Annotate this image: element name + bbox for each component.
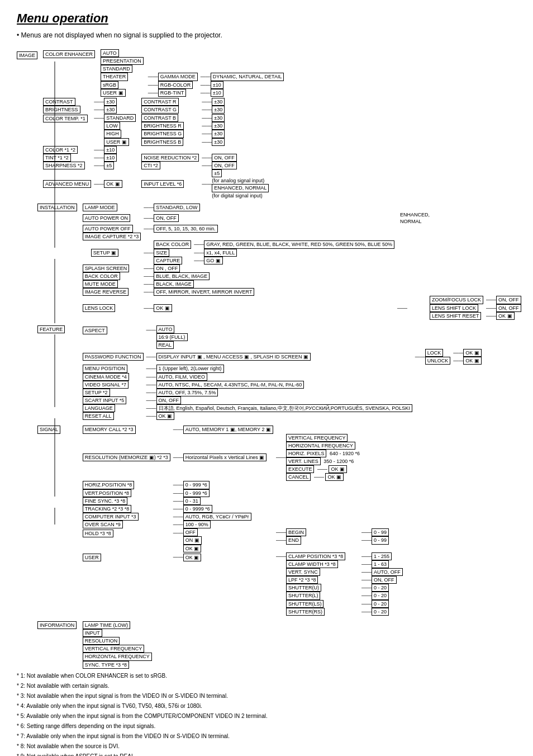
resolution-info-row: RESOLUTION: [83, 637, 152, 645]
contrast-r-box: CONTRAST R: [141, 98, 178, 106]
sync-type-box: SYNC. TYPE *3 *8: [83, 661, 129, 669]
clamp-position-box: CLAMP POSITION *3 *8: [286, 552, 345, 560]
unlock-row: UNLOCK —— OK ▣: [425, 357, 482, 365]
unlock-box: UNLOCK: [425, 357, 451, 365]
brightness-b-box: BRIGHTNESS B: [141, 138, 183, 146]
footnote-8: * 8: Not available when the source is DV…: [17, 742, 516, 751]
menu-position-val: 1 (Upper left), 2(Lower right): [156, 365, 224, 372]
execute-row: EXECUTE —— OK ▣: [286, 465, 360, 473]
hold-begin-val: 0 - 99: [372, 528, 389, 536]
vert-lines-row: VERT. LINES 350 - 1200 *6: [286, 457, 360, 465]
color-row: COLOR *1 *2 —— ±10: [43, 146, 269, 154]
reset-all-row: RESET ALL —— OK ▣: [83, 412, 482, 420]
horiz-freq-info-row: HORIZONTAL FREQUENCY: [83, 653, 152, 660]
shutter-l-box: SHUTTER(L): [286, 592, 321, 599]
shutter-u-box: SHUTTER(U): [286, 584, 321, 592]
lens-shift-lock-val: ON, OFF: [496, 304, 521, 312]
shutter-u-val: 0 - 20: [372, 584, 389, 592]
image-capture-row: IMAGE CAPTURE *2 *3: [83, 233, 521, 240]
gamma-values-box: DYNAMIC, NATURAL, DETAIL: [211, 73, 284, 81]
enhanced-normal-note: ENHANCED, NORMAL: [394, 211, 430, 225]
brightness-g-box: BRIGHTNESS G: [141, 130, 184, 138]
installation-row: INSTALLATION LAMP MODE —— STANDARD, LOW …: [17, 199, 521, 320]
lock-box: LOCK: [425, 349, 444, 357]
brightness-r-box: BRIGHTNESS R: [141, 122, 184, 130]
page-title: Menu operation: [17, 11, 516, 26]
horiz-freq-info-box: HORIZONTAL FREQUENCY: [83, 653, 152, 660]
footnote-6: * 6: Setting range differs depending on …: [17, 722, 516, 731]
over-scan-row: OVER SCAN *9 —— 100 - 90%: [83, 521, 403, 528]
hold-begin-box: BEGIN: [286, 528, 306, 536]
auto-power-off-val: OFF, 5, 10, 15, 30, 60 min.: [154, 225, 218, 233]
color-enhancer-box: COLOR ENHANCER: [43, 50, 95, 58]
execute-box: EXECUTE: [286, 465, 315, 473]
tint-val: ±10: [104, 154, 117, 162]
color-box: COLOR *1 *2: [43, 146, 78, 154]
lens-shift-lock-row: LENS SHIFT LOCK —— ON, OFF: [430, 304, 521, 312]
setup-feature-row: SETUP *2 —— AUTO, OFF, 3.75%, 7.5%: [83, 389, 482, 396]
computer-input-box: COMPUTER INPUT *3: [83, 513, 139, 521]
splash-screen-box: SPLASH SCREEN: [83, 264, 130, 272]
auto-box: AUTO: [101, 49, 119, 57]
user-signal-box: USER: [83, 554, 101, 561]
shutter-ls-val: 0 - 20: [372, 600, 389, 608]
contrast-box: CONTRAST: [43, 98, 75, 106]
video-signal-box: VIDEO SIGNAL *7: [83, 381, 129, 389]
lamp-time-row: LAMP TIME (LOW): [83, 621, 152, 629]
lamp-mode-row: LAMP MODE —— STANDARD, LOW: [83, 204, 521, 211]
unlock-ok-box: OK ▣: [463, 357, 482, 365]
password-row: PASSWORD FUNCTION —— DISPLAY INPUT ▣ , M…: [83, 349, 482, 365]
shutter-l-val: 0 - 20: [372, 592, 389, 599]
auto-power-on-val: ON, OFF: [154, 214, 179, 222]
menu-position-box: MENU POSITION: [83, 365, 127, 372]
horiz-pixels-val: 640 - 1920 *6: [328, 451, 360, 456]
memory-call-box: MEMORY CALL *2 *3: [83, 426, 136, 433]
standard-box: STANDARD: [101, 65, 132, 73]
shutter-ls-box: SHUTTER(LS): [286, 600, 324, 608]
image-reverse-box: IMAGE REVERSE: [83, 288, 129, 296]
cti-box: CTI *2: [141, 162, 160, 169]
noise-reduction-box: NOISE REDUCTION *2: [141, 154, 199, 162]
srgb-box: sRGB: [101, 81, 118, 89]
vert-lines-val: 350 - 1200 *6: [322, 459, 354, 464]
auto-power-on-box: AUTO POWER ON: [83, 214, 130, 222]
hold-ok-box: OK ▣: [183, 545, 202, 552]
lamp-time-box: LAMP TIME (LOW): [83, 621, 130, 629]
rgb-color-box: RGB-COLOR: [158, 81, 193, 89]
auto-power-off-box: AUTO POWER OFF: [83, 225, 133, 233]
language-val: 日本語, English, Español, Deutsch, Français…: [156, 404, 412, 412]
installation-label: INSTALLATION: [37, 204, 77, 211]
cti-val: ON, OFF: [212, 162, 237, 169]
gamma-mode-box: GAMMA MODE: [158, 73, 198, 81]
mute-mode-box: MUTE MODE: [83, 280, 118, 288]
tint-row: TINT *1 *2 —— ±10 NOISE REDUCTION *2 —— …: [43, 154, 269, 162]
horiz-pixels-row: HORIZ. PIXELS 640 - 1920 *6: [286, 450, 360, 457]
video-signal-val: AUTO, NTSC, PAL, SECAM, 4.43NTSC, PAL-M,…: [156, 381, 304, 389]
lamp-mode-val: STANDARD, LOW: [154, 204, 199, 211]
computer-input-val: AUTO, RGB, YCвCr / YPвPr: [183, 513, 251, 521]
zoom-focus-lock-box: ZOOM/FOCUS LOCK: [430, 296, 483, 304]
feature-row: FEATURE ASPECT —— AUTO 16:9 (FULL) REAL …: [17, 320, 521, 420]
brightness-val: ±30: [104, 106, 117, 114]
intro-text: Menus are not displayed when no signal i…: [17, 31, 516, 39]
fine-sync-box: FINE SYNC. *3 *8: [83, 497, 128, 505]
sharpness-row: SHARPNESS *2 —— ±5 CTI *2 —— ON, OFF: [43, 162, 269, 169]
computer-input-row: COMPUTER INPUT *3 —— AUTO, RGB, YCвCr / …: [83, 513, 403, 521]
reset-all-box: RESET ALL: [83, 412, 114, 420]
over-scan-box: OVER SCAN *9: [83, 521, 123, 528]
hold-off-box: OFF: [183, 528, 198, 536]
splash-back-color-box: BACK COLOR: [83, 272, 120, 280]
lpf-box: LPF *2 *3 *8: [286, 576, 318, 584]
horiz-position-row: HORIZ.POSITION *8 —— 0 - 999 *6: [83, 481, 403, 489]
clamp-width-box: CLAMP WIDTH *3 *8: [286, 560, 338, 568]
menu-tree-table: IMAGE COLOR ENHANCER AUTO PRESENTATION S…: [17, 49, 521, 669]
contrast-g-box: CONTRAST G: [141, 106, 179, 114]
fine-sync-val: 0 - 31: [183, 497, 201, 505]
input-level-box: INPUT LEVEL *6: [141, 180, 184, 188]
image-row: IMAGE COLOR ENHANCER AUTO PRESENTATION S…: [17, 49, 521, 199]
brightness-g-val: ±30: [212, 130, 225, 138]
mute-mode-row: MUTE MODE —— BLACK, IMAGE: [83, 280, 521, 288]
cancel-row: CANCEL —— OK ▣: [286, 473, 360, 481]
noise-reduction-val: ON, OFF: [212, 154, 237, 162]
contrast-val: ±30: [104, 98, 117, 106]
